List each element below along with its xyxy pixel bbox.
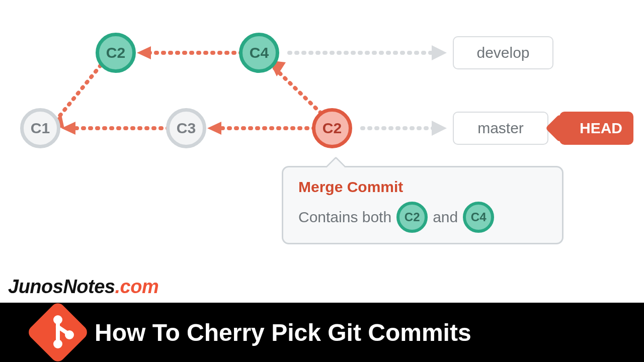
commit-node-c4: C4	[239, 33, 279, 73]
svg-marker-8	[137, 46, 151, 59]
callout-title: Merge Commit	[298, 178, 547, 196]
site-name: JunosNotes.com	[8, 276, 158, 298]
svg-marker-12	[432, 45, 447, 60]
svg-point-16	[53, 315, 62, 324]
svg-point-17	[53, 339, 62, 348]
commit-node-c3: C3	[166, 108, 206, 148]
commit-label: C4	[250, 44, 269, 61]
commit-label: C2	[106, 44, 125, 61]
callout-ref-c2: C2	[396, 202, 428, 233]
svg-marker-13	[432, 121, 447, 136]
svg-line-4	[274, 68, 321, 113]
merge-commit-callout: Merge Commit Contains both C2 and C4	[282, 166, 564, 244]
commit-label: C2	[323, 120, 342, 137]
callout-ref-c4: C4	[463, 202, 494, 233]
diagram-canvas: C1 C2 C3 C4 C2 develop master HEAD Merge…	[0, 0, 644, 362]
git-icon	[26, 300, 90, 362]
head-tag: HEAD	[559, 112, 633, 145]
svg-point-18	[65, 330, 74, 339]
footer-bar: How To Cherry Pick Git Commits	[0, 303, 644, 362]
svg-line-0	[58, 65, 101, 118]
commit-node-merge: C2	[312, 108, 352, 148]
branch-label-develop: develop	[453, 36, 553, 69]
callout-body: Contains both C2 and C4	[298, 202, 547, 233]
svg-marker-10	[207, 122, 221, 135]
branch-label-master: master	[453, 112, 548, 145]
commit-label: C3	[177, 120, 196, 137]
commit-label: C1	[31, 120, 50, 137]
svg-marker-9	[61, 122, 75, 135]
commit-node-c2-develop: C2	[96, 33, 136, 73]
commit-node-c1: C1	[20, 108, 60, 148]
footer-title: How To Cherry Pick Git Commits	[95, 319, 471, 346]
